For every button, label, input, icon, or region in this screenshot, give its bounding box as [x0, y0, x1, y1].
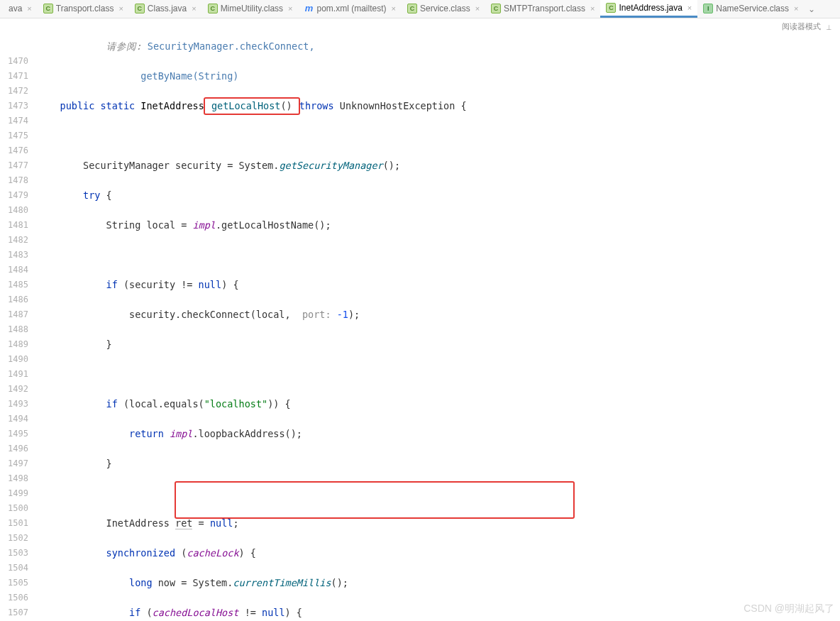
tab-ava[interactable]: ava× — [3, 0, 38, 18]
tab-bar: ava× CTransport.class× CClass.java× CMim… — [0, 0, 840, 18]
doc-link[interactable]: SecurityManager.checkConnect — [148, 40, 309, 52]
tab-inetaddress[interactable]: CInetAddress.java× — [600, 0, 697, 18]
close-icon[interactable]: × — [27, 4, 31, 13]
close-icon[interactable]: × — [288, 4, 292, 13]
close-icon[interactable]: × — [118, 4, 123, 13]
tab-nameservice[interactable]: INameService.class× — [697, 0, 804, 18]
tab-class-java[interactable]: CClass.java× — [129, 0, 202, 18]
tab-transport[interactable]: CTransport.class× — [38, 0, 129, 18]
code-area[interactable]: 请参阅: SecurityManager.checkConnect, getBy… — [37, 18, 840, 621]
close-icon[interactable]: × — [590, 4, 595, 13]
tab-mimeutility[interactable]: CMimeUtility.class× — [202, 0, 299, 18]
highlight-box — [175, 481, 575, 519]
line-number-gutter: 1470147114721473147414751476147714781479… — [0, 18, 37, 621]
class-icon: C — [407, 4, 417, 13]
tab-smtptransport[interactable]: CSMTPTransport.class× — [485, 0, 600, 18]
class-icon: C — [606, 3, 616, 13]
close-icon[interactable]: × — [192, 4, 196, 13]
class-icon: C — [43, 4, 53, 13]
close-icon[interactable]: × — [392, 4, 396, 13]
close-icon[interactable]: × — [687, 4, 692, 12]
interface-icon: I — [703, 4, 713, 13]
class-icon: C — [491, 4, 501, 13]
close-icon[interactable]: × — [475, 4, 480, 13]
class-icon: C — [208, 4, 218, 13]
close-icon[interactable]: × — [794, 4, 798, 13]
class-icon: C — [135, 4, 145, 13]
maven-icon: m — [304, 4, 314, 13]
tabs-overflow-icon[interactable]: ⌄ — [804, 4, 819, 14]
tab-pom[interactable]: mpom.xml (mailtest)× — [299, 0, 402, 18]
doc-link[interactable]: getByName(String) — [140, 70, 238, 82]
code-editor[interactable]: 1470147114721473147414751476147714781479… — [0, 18, 840, 621]
tab-service[interactable]: CService.class× — [402, 0, 485, 18]
